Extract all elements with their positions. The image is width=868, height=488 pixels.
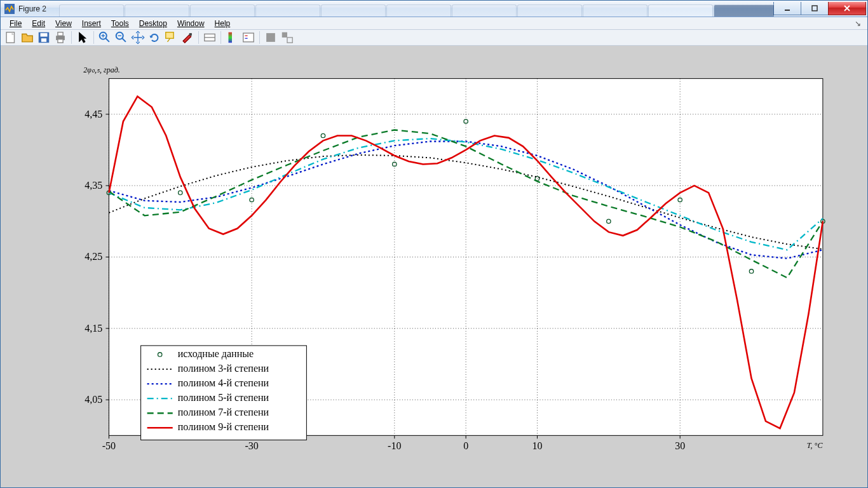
hide-tools-button[interactable] [263, 30, 278, 45]
svg-line-18 [168, 38, 170, 42]
zoom-in-button[interactable] [97, 30, 112, 45]
svg-text:4,25: 4,25 [85, 251, 102, 262]
svg-rect-22 [229, 32, 233, 43]
menu-edit[interactable]: Edit [27, 18, 50, 29]
svg-line-11 [105, 38, 109, 42]
svg-text:исходные данные: исходные данные [178, 348, 254, 360]
app-icon [4, 4, 15, 14]
svg-rect-8 [58, 32, 63, 36]
chart[interactable]: -50-30-10010304,054,154,254,354,45исходн… [20, 52, 848, 481]
menu-file[interactable]: File [4, 18, 27, 29]
x-axis-label: T, °C [807, 441, 824, 450]
colorbar-button[interactable] [224, 30, 240, 45]
svg-text:-10: -10 [388, 440, 401, 451]
svg-rect-17 [166, 32, 173, 39]
svg-rect-9 [58, 39, 63, 43]
window-title: Figure 2 [18, 4, 46, 13]
svg-text:полином 7-й степени: полином 7-й степени [178, 407, 269, 417]
svg-line-15 [122, 38, 126, 42]
maximize-button[interactable] [801, 2, 829, 15]
show-tools-button[interactable] [280, 30, 295, 45]
pan-button[interactable] [130, 30, 146, 45]
minimize-button[interactable] [773, 2, 801, 15]
zoom-out-button[interactable] [114, 30, 129, 45]
pointer-button[interactable] [75, 30, 90, 45]
figure-window: Figure 2 File Edit View Insert Tools Des… [0, 0, 868, 488]
svg-text:полином 4-й степени: полином 4-й степени [178, 377, 269, 388]
dock-corner-icon[interactable]: ↘ [855, 19, 864, 28]
svg-text:-50: -50 [102, 440, 116, 451]
save-button[interactable] [36, 30, 51, 45]
window-buttons [774, 2, 866, 16]
svg-text:полином 3-й степени: полином 3-й степени [178, 363, 269, 374]
svg-text:4,05: 4,05 [85, 394, 102, 405]
svg-rect-19 [189, 33, 192, 36]
menu-window[interactable]: Window [172, 18, 210, 29]
menu-view[interactable]: View [50, 18, 77, 29]
plot-canvas: -50-30-10010304,054,154,254,354,45исходн… [1, 46, 867, 487]
rotate-button[interactable] [147, 30, 162, 45]
new-figure-button[interactable] [3, 30, 18, 45]
svg-text:полином 5-й степени: полином 5-й степени [178, 392, 269, 403]
background-tab-strip [59, 1, 774, 17]
toolbar [1, 30, 867, 46]
svg-rect-23 [243, 33, 254, 42]
svg-rect-26 [266, 33, 275, 42]
menu-tools[interactable]: Tools [106, 18, 134, 29]
data-cursor-button[interactable] [163, 30, 179, 45]
svg-text:4,15: 4,15 [85, 323, 102, 334]
link-data-button[interactable] [202, 30, 217, 45]
menu-desktop[interactable]: Desktop [134, 18, 172, 29]
svg-text:0: 0 [463, 440, 468, 451]
svg-text:-30: -30 [245, 440, 258, 451]
brush-button[interactable] [180, 30, 195, 45]
svg-text:4,45: 4,45 [85, 109, 102, 119]
menu-bar: File Edit View Insert Tools Desktop Wind… [1, 17, 867, 30]
svg-text:10: 10 [532, 440, 542, 451]
svg-text:30: 30 [675, 440, 685, 451]
title-bar[interactable]: Figure 2 [1, 1, 867, 17]
svg-rect-28 [287, 37, 292, 43]
print-button[interactable] [53, 30, 68, 45]
menu-insert[interactable]: Insert [77, 18, 106, 29]
legend-button[interactable] [241, 30, 256, 45]
svg-text:полином 9-й степени: полином 9-й степени [178, 421, 269, 432]
svg-text:4,35: 4,35 [85, 180, 102, 191]
svg-rect-5 [41, 33, 48, 37]
svg-rect-2 [812, 6, 817, 11]
open-button[interactable] [20, 30, 35, 45]
svg-rect-27 [282, 32, 287, 37]
menu-help[interactable]: Help [210, 18, 236, 29]
y-axis-label: 2φ₀,₅, град. [83, 65, 119, 74]
svg-rect-6 [41, 38, 46, 42]
close-button[interactable] [828, 2, 866, 15]
svg-rect-1 [785, 10, 790, 11]
